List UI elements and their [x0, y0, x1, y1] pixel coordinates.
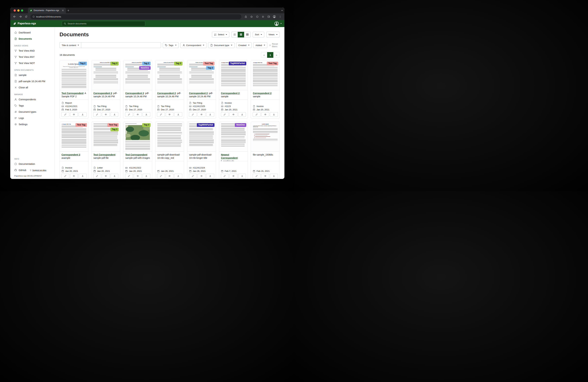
- tag-badge[interactable]: Tag 3: [110, 128, 119, 131]
- tag-badge[interactable]: Tag 2: [206, 66, 214, 70]
- tag-badge[interactable]: NewOne: [235, 123, 246, 127]
- site-info-icon[interactable]: [32, 16, 35, 18]
- edit-button[interactable]: [61, 174, 69, 178]
- correspondent-link[interactable]: Correspondent 2: [189, 92, 208, 95]
- edit-button[interactable]: [253, 112, 261, 117]
- download-button[interactable]: [270, 174, 278, 178]
- suggest-idea-link[interactable]: Suggest an idea: [30, 169, 46, 171]
- correspondent-filter-button[interactable]: Correspondent: [180, 42, 207, 48]
- download-button[interactable]: [206, 174, 214, 178]
- sidebar-item-document-types[interactable]: Document types: [10, 109, 55, 115]
- correspondent-link[interactable]: Correspondent 2: [93, 92, 112, 95]
- edit-button[interactable]: [157, 112, 165, 117]
- new-tab-button[interactable]: [66, 8, 71, 13]
- reload-button[interactable]: [23, 14, 29, 19]
- document-type[interactable]: Tax Filing: [125, 105, 150, 107]
- edit-button[interactable]: [189, 112, 197, 117]
- added-filter-button[interactable]: Added: [253, 42, 267, 48]
- sidebar-item-pdf-sample-10-24-48-pm[interactable]: pdf-sample 10.24.48 PM: [10, 78, 55, 84]
- tag-badge[interactable]: Tag 2: [79, 62, 87, 65]
- document-type[interactable]: Invoice: [62, 166, 86, 169]
- edit-button[interactable]: [157, 174, 165, 178]
- correspondent-link[interactable]: Correspondent 2: [253, 92, 271, 95]
- preview-button[interactable]: [70, 174, 78, 178]
- tab-search-button[interactable]: [280, 8, 284, 13]
- download-button[interactable]: [174, 174, 182, 178]
- sidebar-item-dashboard[interactable]: Dashboard: [10, 29, 55, 36]
- preview-button[interactable]: [102, 112, 110, 117]
- tag-badge[interactable]: Test Tag: [107, 123, 119, 127]
- document-type[interactable]: Letter: [93, 166, 118, 169]
- download-button[interactable]: [79, 174, 86, 178]
- next-page-button[interactable]: »: [273, 52, 280, 58]
- correspondent-link[interactable]: Correspondent 2: [221, 92, 240, 95]
- edit-button[interactable]: [61, 112, 69, 117]
- minimize-window-button[interactable]: [17, 9, 20, 12]
- correspondent-link[interactable]: Test Correspondent: [62, 92, 83, 95]
- document-type[interactable]: Report: [62, 102, 86, 104]
- edit-button[interactable]: [125, 174, 133, 178]
- select-button[interactable]: Select: [212, 32, 230, 38]
- address-bar[interactable]: localhost:4200/documents: [30, 14, 241, 19]
- sidebar-item-test-view-and[interactable]: Test View AND: [10, 48, 55, 54]
- preview-button[interactable]: [230, 112, 237, 117]
- side-panel-button[interactable]: [266, 14, 271, 19]
- preview-button[interactable]: [166, 174, 174, 178]
- document-type[interactable]: Tax Filing: [93, 105, 118, 107]
- list-view-button[interactable]: [231, 32, 238, 38]
- download-button[interactable]: [79, 112, 86, 117]
- back-button[interactable]: [12, 14, 17, 19]
- preview-button[interactable]: [197, 112, 205, 117]
- sidebar-item-documentation[interactable]: ?Documentation: [10, 161, 55, 167]
- download-button[interactable]: [206, 112, 214, 117]
- document-type[interactable]: Invoice: [253, 105, 278, 107]
- download-button[interactable]: [174, 112, 182, 117]
- tag-badge[interactable]: Tag 2: [142, 62, 151, 65]
- edit-button[interactable]: [189, 174, 197, 178]
- app-brand[interactable]: Paperless-ngx: [13, 22, 55, 25]
- preview-button[interactable]: [197, 174, 205, 178]
- prev-page-button[interactable]: «: [261, 52, 267, 58]
- preview-button[interactable]: [261, 112, 269, 117]
- sidebar-item-test-view-any[interactable]: Test View ANY: [10, 54, 55, 60]
- preview-button[interactable]: [230, 174, 237, 178]
- download-button[interactable]: [238, 112, 246, 117]
- extensions-button[interactable]: [260, 14, 266, 19]
- edit-button[interactable]: [125, 112, 133, 117]
- bookmark-button[interactable]: [249, 14, 254, 19]
- created-filter-button[interactable]: Created: [236, 42, 252, 48]
- preview-button[interactable]: [261, 174, 269, 178]
- preview-button[interactable]: [134, 112, 142, 117]
- close-tab-icon[interactable]: [62, 9, 64, 12]
- share-button[interactable]: [243, 14, 249, 19]
- sidebar-item-github[interactable]: GitHubSuggest an idea: [10, 167, 55, 173]
- document-preview[interactable]: [155, 122, 184, 152]
- sidebar-item-close-all[interactable]: Close all: [10, 84, 55, 91]
- browser-menu-button[interactable]: [277, 14, 283, 19]
- download-button[interactable]: [270, 112, 278, 117]
- sort-button[interactable]: Sort: [253, 32, 264, 38]
- forward-button[interactable]: [18, 14, 23, 19]
- sidebar-item-sample[interactable]: sample: [10, 72, 55, 78]
- tag-badge[interactable]: TagWithPartial: [229, 62, 246, 65]
- tag-badge[interactable]: Tag 3: [110, 62, 119, 65]
- correspondent-link[interactable]: Test Correspondent: [93, 154, 115, 156]
- tags-filter-button[interactable]: Tags: [163, 42, 179, 48]
- download-button[interactable]: [111, 112, 119, 117]
- sidebar-item-test-view-not[interactable]: Test View NOT: [10, 60, 55, 66]
- edit-button[interactable]: [221, 174, 229, 178]
- user-menu-button[interactable]: [274, 21, 282, 26]
- sidebar-item-logs[interactable]: Logs: [10, 115, 55, 121]
- download-button[interactable]: [143, 112, 150, 117]
- edit-button[interactable]: [253, 174, 261, 178]
- edit-button[interactable]: [93, 174, 101, 178]
- document-type[interactable]: Tax Filing: [189, 102, 214, 104]
- document-preview[interactable]: Lorem ipsumLorem ipsum dolor sit amet, c…: [251, 122, 279, 152]
- download-button[interactable]: [238, 174, 246, 178]
- tag-badge[interactable]: Test Tag: [267, 62, 278, 65]
- profile-button[interactable]: [272, 14, 277, 19]
- reset-filters-button[interactable]: Reset filters: [269, 43, 280, 48]
- close-window-button[interactable]: [14, 9, 16, 12]
- download-button[interactable]: [143, 174, 150, 178]
- document-type[interactable]: Tax Filing: [157, 105, 182, 107]
